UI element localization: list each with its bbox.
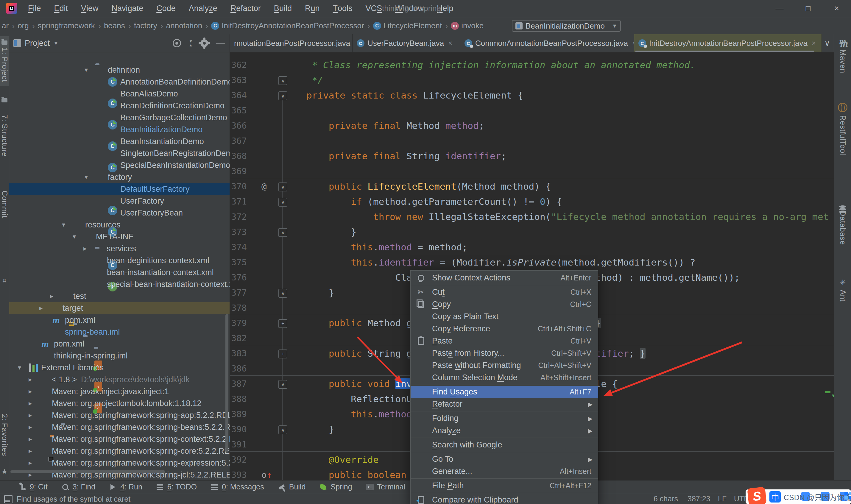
toolwindow-button-build[interactable]: Build xyxy=(277,483,306,491)
tree-item-label[interactable]: Maven: org.springframework:spring-contex… xyxy=(52,433,230,445)
tree-item-label[interactable]: factory xyxy=(108,171,132,183)
close-icon[interactable]: × xyxy=(632,39,634,47)
fold-end-icon[interactable]: ∧ xyxy=(278,426,287,434)
tree-item-label[interactable]: BeanInitializationDemo xyxy=(120,124,202,136)
window-minimize-button[interactable]: — xyxy=(765,0,794,17)
tree-item-label[interactable]: Maven: javax.inject:javax.inject:1 xyxy=(52,385,169,397)
stripe-button-ant[interactable]: ✳Ant xyxy=(834,278,851,302)
stripe-button-2-favorites[interactable]: 2: Favorites xyxy=(0,414,9,456)
tree-collapsed-arrow-icon[interactable]: ▸ xyxy=(84,242,87,254)
tree-item-label[interactable]: META-INF xyxy=(96,231,133,242)
menubar-item-tools[interactable]: Tools xyxy=(326,0,359,17)
stripe-button-database[interactable]: Database xyxy=(834,205,851,245)
tree-item-label[interactable]: Maven: org.projectlombok:lombok:1.18.12 xyxy=(52,397,202,409)
tree-collapsed-arrow-icon[interactable]: ▸ xyxy=(50,290,53,302)
toolwindow-button-3-find[interactable]: 3: Find xyxy=(61,483,95,491)
tree-item-label[interactable]: BeanAliasDemo xyxy=(120,88,178,100)
tree-item-label[interactable]: resources xyxy=(85,219,121,231)
menu-item-folding[interactable]: Folding▶ xyxy=(411,412,598,425)
menubar-item-navigate[interactable]: Navigate xyxy=(105,0,150,17)
fold-start-icon[interactable]: ∨ xyxy=(278,198,287,206)
tab-list-chevron-icon[interactable]: ∨ xyxy=(821,34,833,52)
tree-collapsed-arrow-icon[interactable]: ▸ xyxy=(29,433,32,445)
menu-item-paste[interactable]: PasteCtrl+V xyxy=(411,335,598,347)
menu-item-generate-[interactable]: Generate...Alt+Insert xyxy=(411,465,598,478)
editor-tab[interactable]: CUserFactoryBean.java× xyxy=(352,34,460,52)
tree-expanded-arrow-icon[interactable]: ▾ xyxy=(62,219,65,231)
tree-item-label[interactable]: < 1.8 >D:\worksprace\devtools\jdk\jdk xyxy=(52,374,190,385)
toolwindow-button-9-git[interactable]: 9: Git xyxy=(18,483,48,491)
tree-item-label[interactable]: pom.xml xyxy=(65,314,95,326)
menu-item-file-path[interactable]: File PathCtrl+Alt+F12 xyxy=(411,480,598,492)
menu-item-analyze[interactable]: Analyze▶ xyxy=(411,425,598,437)
tree-item-label[interactable]: BeanGarbageCollectionDemo xyxy=(120,112,227,124)
status-caret-position[interactable]: 387:23 xyxy=(688,493,710,504)
status-line-separator[interactable]: LF xyxy=(718,493,726,504)
toolwindow-button-terminal[interactable]: >_Terminal xyxy=(365,483,405,491)
tree-collapsed-arrow-icon[interactable]: ▸ xyxy=(29,374,32,385)
fold-plus-icon[interactable]: + xyxy=(278,319,287,328)
collapse-all-icon[interactable]: ▼▲ xyxy=(189,40,193,47)
menu-item-refactor[interactable]: Refactor▶ xyxy=(411,398,598,410)
fold-plus-icon[interactable]: + xyxy=(278,349,287,358)
stripe-button-1-project[interactable]: 1: Project xyxy=(0,36,9,86)
tree-item-label[interactable]: UserFactory xyxy=(120,195,164,207)
tree-item-label[interactable]: special-bean-instantiation-context.xml xyxy=(107,278,230,290)
stripe-button-commit[interactable]: Commit xyxy=(0,191,9,218)
menu-item-compare-with-clipboard[interactable]: Compare with Clipboard xyxy=(411,494,598,504)
menubar-item-analyze[interactable]: Analyze xyxy=(182,0,224,17)
toolwindow-button-spring[interactable]: Spring xyxy=(319,483,352,491)
tree-expanded-arrow-icon[interactable]: ▾ xyxy=(18,362,21,374)
fold-end-icon[interactable]: ∧ xyxy=(278,228,287,237)
maven-corner-icon[interactable]: m xyxy=(837,35,851,52)
editor-tab-active[interactable]: CInitDestroyAnnotationBeanPostProcessor.… xyxy=(634,34,822,52)
tree-expanded-arrow-icon[interactable]: ▾ xyxy=(73,231,76,242)
stripe-button-7-structure[interactable]: 7: Structure xyxy=(0,114,9,157)
menu-item-search-with-google[interactable]: Search with Google xyxy=(411,439,598,451)
breadcrumb-item[interactable]: factory xyxy=(134,21,157,30)
stripe-button-restfultool[interactable]: RestfulTool xyxy=(834,103,851,156)
tree-collapsed-arrow-icon[interactable]: ▸ xyxy=(29,397,32,409)
tree-item-label[interactable]: bean-instantiation-context.xml xyxy=(107,267,214,278)
window-layout-icon[interactable] xyxy=(4,495,13,503)
tree-item-label[interactable]: Maven: org.springframework:spring-beans:… xyxy=(52,421,230,433)
menu-item-paste-from-history-[interactable]: Paste from History...Ctrl+Shift+V xyxy=(411,347,598,359)
locate-icon[interactable] xyxy=(173,39,181,47)
menu-item-go-to[interactable]: Go To▶ xyxy=(411,453,598,465)
tree-expanded-arrow-icon[interactable]: ▾ xyxy=(85,171,88,183)
tree-item-label[interactable]: BeanDefinitionCreationDemo xyxy=(120,100,224,112)
breadcrumb-item[interactable]: springframework xyxy=(38,21,95,30)
fold-end-icon[interactable]: ∧ xyxy=(278,76,287,85)
tree-item-label[interactable]: thinking-in-spring.iml xyxy=(54,350,128,362)
menubar-item-build[interactable]: Build xyxy=(267,0,298,17)
menu-item-paste-without-formatting[interactable]: Paste without FormattingCtrl+Alt+Shift+V xyxy=(411,359,598,372)
tree-collapsed-arrow-icon[interactable]: ▸ xyxy=(29,445,32,457)
tree-item-label[interactable]: pom.xml xyxy=(54,338,84,350)
toolwindow-button-0-messages[interactable]: 0: Messages xyxy=(210,483,264,491)
tree-item-label[interactable]: Maven: org.springframework:spring-core:5… xyxy=(52,445,230,457)
tree-item-label[interactable]: UserFactoryBean xyxy=(120,207,183,219)
run-config-select[interactable]: BeanInitializationDemo ▼ xyxy=(512,20,621,32)
tree-item-label[interactable]: spring-bean.iml xyxy=(65,326,120,338)
stripe-button-star[interactable]: ★ xyxy=(0,467,9,476)
menubar-item-run[interactable]: Run xyxy=(298,0,326,17)
fold-end-icon[interactable]: ∧ xyxy=(278,289,287,298)
stripe-button-plug[interactable]: ⌗ xyxy=(0,277,9,285)
menu-item-copy[interactable]: CopyCtrl+C xyxy=(411,298,598,310)
breadcrumb-item[interactable]: org xyxy=(18,21,29,30)
tree-item-label[interactable]: SingletonBeanRegistrationDemo xyxy=(120,147,230,159)
tree-item-label[interactable]: AnnotationBeanDefinitionDemo xyxy=(120,76,230,88)
menu-item-find-usages[interactable]: Find UsagesAlt+F7 xyxy=(411,386,598,398)
tree-item-label[interactable]: Maven: org.springframework:spring-aop:5.… xyxy=(52,409,230,421)
editor-tab[interactable]: CCommonAnnotationBeanPostProcessor.java× xyxy=(460,34,634,52)
gear-icon[interactable] xyxy=(200,39,208,47)
stripe-button-minifolder[interactable] xyxy=(0,98,9,103)
breadcrumb-item[interactable]: CLifecycleElement xyxy=(373,21,442,30)
project-panel-header[interactable]: Project ▼ ▼▲ — xyxy=(9,34,230,52)
tree-item-label[interactable]: Maven: org.springframework:spring-expres… xyxy=(52,457,230,469)
fold-start-icon[interactable]: ∨ xyxy=(278,182,287,192)
tree-collapsed-arrow-icon[interactable]: ▸ xyxy=(29,409,32,421)
tree-item-label[interactable]: services xyxy=(107,242,136,254)
tree-item-label[interactable]: BeanInstantiationDemo xyxy=(120,136,204,147)
menubar-item-file[interactable]: File xyxy=(21,0,48,17)
